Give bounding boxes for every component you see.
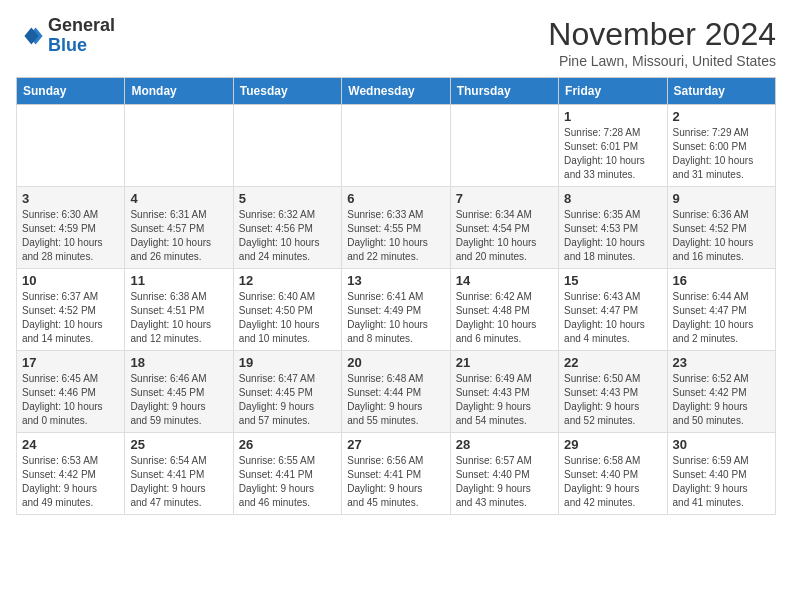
day-info: Sunrise: 6:59 AM Sunset: 4:40 PM Dayligh… [673,454,770,510]
day-info: Sunrise: 6:49 AM Sunset: 4:43 PM Dayligh… [456,372,553,428]
day-number: 3 [22,191,119,206]
day-number: 7 [456,191,553,206]
day-info: Sunrise: 6:35 AM Sunset: 4:53 PM Dayligh… [564,208,661,264]
day-info: Sunrise: 6:53 AM Sunset: 4:42 PM Dayligh… [22,454,119,510]
weekday-header-row: SundayMondayTuesdayWednesdayThursdayFrid… [17,78,776,105]
weekday-header-sunday: Sunday [17,78,125,105]
weekday-header-monday: Monday [125,78,233,105]
day-number: 22 [564,355,661,370]
day-number: 14 [456,273,553,288]
day-number: 8 [564,191,661,206]
day-info: Sunrise: 6:30 AM Sunset: 4:59 PM Dayligh… [22,208,119,264]
day-number: 1 [564,109,661,124]
calendar-cell: 20Sunrise: 6:48 AM Sunset: 4:44 PM Dayli… [342,351,450,433]
day-number: 25 [130,437,227,452]
weekday-header-saturday: Saturday [667,78,775,105]
day-number: 26 [239,437,336,452]
month-title: November 2024 [548,16,776,53]
calendar-week-4: 24Sunrise: 6:53 AM Sunset: 4:42 PM Dayli… [17,433,776,515]
calendar-cell: 6Sunrise: 6:33 AM Sunset: 4:55 PM Daylig… [342,187,450,269]
calendar-cell: 29Sunrise: 6:58 AM Sunset: 4:40 PM Dayli… [559,433,667,515]
day-number: 23 [673,355,770,370]
day-info: Sunrise: 6:34 AM Sunset: 4:54 PM Dayligh… [456,208,553,264]
page-header: General Blue November 2024 Pine Lawn, Mi… [16,16,776,69]
weekday-header-tuesday: Tuesday [233,78,341,105]
calendar-cell: 9Sunrise: 6:36 AM Sunset: 4:52 PM Daylig… [667,187,775,269]
day-info: Sunrise: 6:47 AM Sunset: 4:45 PM Dayligh… [239,372,336,428]
day-number: 9 [673,191,770,206]
logo-blue-text: Blue [48,36,115,56]
day-info: Sunrise: 6:58 AM Sunset: 4:40 PM Dayligh… [564,454,661,510]
day-number: 30 [673,437,770,452]
calendar-week-1: 3Sunrise: 6:30 AM Sunset: 4:59 PM Daylig… [17,187,776,269]
day-number: 24 [22,437,119,452]
day-number: 20 [347,355,444,370]
day-number: 11 [130,273,227,288]
day-number: 5 [239,191,336,206]
day-info: Sunrise: 6:54 AM Sunset: 4:41 PM Dayligh… [130,454,227,510]
weekday-header-friday: Friday [559,78,667,105]
logo-icon [16,22,44,50]
day-info: Sunrise: 6:41 AM Sunset: 4:49 PM Dayligh… [347,290,444,346]
day-number: 18 [130,355,227,370]
title-section: November 2024 Pine Lawn, Missouri, Unite… [548,16,776,69]
calendar-week-3: 17Sunrise: 6:45 AM Sunset: 4:46 PM Dayli… [17,351,776,433]
day-number: 10 [22,273,119,288]
day-info: Sunrise: 6:37 AM Sunset: 4:52 PM Dayligh… [22,290,119,346]
calendar-cell [17,105,125,187]
calendar-week-0: 1Sunrise: 7:28 AM Sunset: 6:01 PM Daylig… [17,105,776,187]
calendar-cell: 4Sunrise: 6:31 AM Sunset: 4:57 PM Daylig… [125,187,233,269]
day-info: Sunrise: 6:33 AM Sunset: 4:55 PM Dayligh… [347,208,444,264]
day-info: Sunrise: 6:50 AM Sunset: 4:43 PM Dayligh… [564,372,661,428]
weekday-header-wednesday: Wednesday [342,78,450,105]
calendar-cell: 18Sunrise: 6:46 AM Sunset: 4:45 PM Dayli… [125,351,233,433]
calendar-cell: 30Sunrise: 6:59 AM Sunset: 4:40 PM Dayli… [667,433,775,515]
location-text: Pine Lawn, Missouri, United States [548,53,776,69]
day-info: Sunrise: 6:40 AM Sunset: 4:50 PM Dayligh… [239,290,336,346]
calendar-cell: 7Sunrise: 6:34 AM Sunset: 4:54 PM Daylig… [450,187,558,269]
calendar-cell: 2Sunrise: 7:29 AM Sunset: 6:00 PM Daylig… [667,105,775,187]
day-number: 17 [22,355,119,370]
day-info: Sunrise: 6:46 AM Sunset: 4:45 PM Dayligh… [130,372,227,428]
day-info: Sunrise: 6:45 AM Sunset: 4:46 PM Dayligh… [22,372,119,428]
calendar-cell: 12Sunrise: 6:40 AM Sunset: 4:50 PM Dayli… [233,269,341,351]
calendar-cell [450,105,558,187]
day-info: Sunrise: 6:57 AM Sunset: 4:40 PM Dayligh… [456,454,553,510]
calendar-cell: 11Sunrise: 6:38 AM Sunset: 4:51 PM Dayli… [125,269,233,351]
calendar-cell: 25Sunrise: 6:54 AM Sunset: 4:41 PM Dayli… [125,433,233,515]
calendar-cell [233,105,341,187]
day-number: 15 [564,273,661,288]
day-number: 29 [564,437,661,452]
calendar-cell: 19Sunrise: 6:47 AM Sunset: 4:45 PM Dayli… [233,351,341,433]
day-info: Sunrise: 6:56 AM Sunset: 4:41 PM Dayligh… [347,454,444,510]
calendar-cell: 28Sunrise: 6:57 AM Sunset: 4:40 PM Dayli… [450,433,558,515]
day-number: 16 [673,273,770,288]
day-number: 4 [130,191,227,206]
calendar-body: 1Sunrise: 7:28 AM Sunset: 6:01 PM Daylig… [17,105,776,515]
day-info: Sunrise: 6:31 AM Sunset: 4:57 PM Dayligh… [130,208,227,264]
calendar-cell: 22Sunrise: 6:50 AM Sunset: 4:43 PM Dayli… [559,351,667,433]
calendar-cell: 15Sunrise: 6:43 AM Sunset: 4:47 PM Dayli… [559,269,667,351]
day-info: Sunrise: 6:55 AM Sunset: 4:41 PM Dayligh… [239,454,336,510]
logo-general-text: General [48,16,115,36]
day-number: 21 [456,355,553,370]
calendar-cell: 26Sunrise: 6:55 AM Sunset: 4:41 PM Dayli… [233,433,341,515]
day-info: Sunrise: 6:43 AM Sunset: 4:47 PM Dayligh… [564,290,661,346]
day-info: Sunrise: 6:44 AM Sunset: 4:47 PM Dayligh… [673,290,770,346]
logo: General Blue [16,16,115,56]
weekday-header-thursday: Thursday [450,78,558,105]
calendar-cell: 23Sunrise: 6:52 AM Sunset: 4:42 PM Dayli… [667,351,775,433]
calendar-week-2: 10Sunrise: 6:37 AM Sunset: 4:52 PM Dayli… [17,269,776,351]
day-number: 28 [456,437,553,452]
day-info: Sunrise: 6:42 AM Sunset: 4:48 PM Dayligh… [456,290,553,346]
day-info: Sunrise: 6:48 AM Sunset: 4:44 PM Dayligh… [347,372,444,428]
calendar-cell: 5Sunrise: 6:32 AM Sunset: 4:56 PM Daylig… [233,187,341,269]
calendar-cell: 27Sunrise: 6:56 AM Sunset: 4:41 PM Dayli… [342,433,450,515]
calendar-cell: 3Sunrise: 6:30 AM Sunset: 4:59 PM Daylig… [17,187,125,269]
day-info: Sunrise: 6:36 AM Sunset: 4:52 PM Dayligh… [673,208,770,264]
day-info: Sunrise: 7:29 AM Sunset: 6:00 PM Dayligh… [673,126,770,182]
calendar-cell: 8Sunrise: 6:35 AM Sunset: 4:53 PM Daylig… [559,187,667,269]
day-number: 27 [347,437,444,452]
calendar-cell: 13Sunrise: 6:41 AM Sunset: 4:49 PM Dayli… [342,269,450,351]
calendar-cell: 14Sunrise: 6:42 AM Sunset: 4:48 PM Dayli… [450,269,558,351]
